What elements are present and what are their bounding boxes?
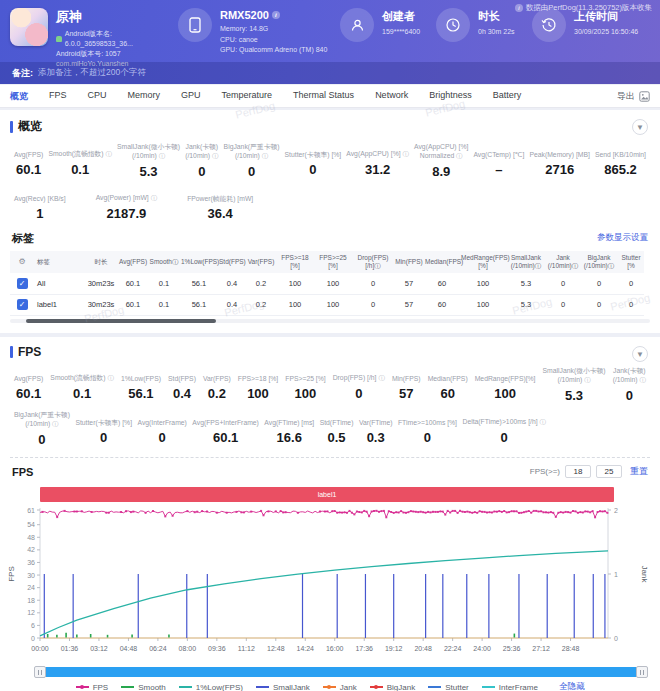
tab-Battery[interactable]: Battery [493, 90, 522, 103]
cell: 0 [352, 294, 394, 315]
row-checkbox[interactable]: ✓ [17, 299, 28, 310]
stat-value: 2716 [529, 162, 589, 177]
legend-item-1%Low(FPS)[interactable]: 1%Low(FPS) [179, 683, 243, 691]
fps-stats-row1: Avg(FPS)60.1Smooth(流畅指数) ⓘ0.11%Low(FPS)5… [0, 366, 660, 403]
cell: All [34, 273, 84, 294]
remark-placeholder: 添加备注，不超过200个字符 [38, 67, 146, 79]
stat-Min(FPS): Min(FPS)57 [392, 366, 421, 403]
col-header: 时长 [84, 251, 118, 273]
legend-marker [482, 686, 495, 688]
col-header: Median(FPS) [424, 251, 460, 273]
col-header: BigJank (/10min)ⓘ [580, 251, 618, 273]
svg-text:6: 6 [31, 622, 35, 629]
table-scrollbar-thumb[interactable] [26, 319, 216, 323]
fps-threshold-input-1[interactable]: 18 [565, 465, 591, 478]
tab-Memory[interactable]: Memory [128, 90, 161, 103]
legend-item-Smooth[interactable]: Smooth [121, 683, 166, 691]
col-header: Smoothⓘ [148, 251, 180, 273]
parameter-display-settings-link[interactable]: 参数显示设置 [597, 232, 648, 244]
chart-scrollbar[interactable] [36, 667, 646, 677]
hide-all-link[interactable]: 全隐藏 [559, 681, 585, 691]
stat-value: 36.4 [187, 206, 253, 221]
row-checkbox[interactable]: ✓ [17, 278, 28, 289]
stat-value: 100 [475, 386, 536, 401]
stat-value: 0 [224, 164, 280, 179]
stat-value: 0 [398, 430, 457, 445]
stat-Avg(AppCPU) [%]: Avg(AppCPU) [%] ⓘ31.2 [346, 142, 409, 179]
cell: 57 [394, 273, 424, 294]
stat-value: 56.1 [121, 386, 161, 401]
tab-Brightness[interactable]: Brightness [429, 90, 472, 103]
svg-text:04:48: 04:48 [120, 645, 138, 652]
title-accent-bar [10, 346, 13, 358]
stat-FPS>=18 [%]: FPS>=18 [%]100 [238, 366, 278, 403]
chart-scrollbar-right-handle[interactable] [636, 666, 648, 678]
legend-item-BigJank[interactable]: BigJank [370, 683, 415, 691]
overview-collapse-button[interactable]: ▼ [632, 119, 648, 135]
tab-Network[interactable]: Network [375, 90, 408, 103]
cell: 100 [276, 273, 314, 294]
legend-marker [370, 686, 383, 688]
legend-item-Jank[interactable]: Jank [323, 683, 357, 691]
creator-info: 创建者 159****6400 [340, 8, 436, 42]
svg-text:36: 36 [27, 559, 35, 566]
creator-value: 159****6400 [382, 27, 420, 38]
col-header: Stutter [% [618, 251, 644, 273]
cell: 60 [424, 294, 460, 315]
svg-text:11:12: 11:12 [238, 645, 255, 652]
svg-text:1: 1 [614, 571, 618, 578]
fps-threshold-input-2[interactable]: 25 [596, 465, 622, 478]
legend-item-Stutter[interactable]: Stutter [428, 683, 469, 691]
label1-banner[interactable]: label1 [40, 487, 614, 502]
stat-BigJank(严重卡顿): BigJank(严重卡顿)(/10min) ⓘ0 [14, 410, 70, 447]
chart-scrollbar-left-handle[interactable] [34, 666, 46, 678]
info-icon: ⓘ [107, 374, 114, 381]
cell: 60.1 [118, 294, 148, 315]
stat-Var(FPS): Var(FPS)0.2 [203, 366, 231, 403]
stat-SmallJank(微小卡顿): SmallJank(微小卡顿)(/10min) ⓘ5.3 [543, 366, 606, 403]
overview-title: 概览 [18, 118, 42, 135]
cell: 57 [394, 294, 424, 315]
legend-item-FPS[interactable]: FPS [76, 683, 109, 691]
info-icon: ⓘ [151, 194, 158, 201]
svg-text:19:12: 19:12 [385, 645, 403, 652]
cell: 100 [276, 294, 314, 315]
svg-text:20:48: 20:48 [414, 645, 432, 652]
history-clock-icon [532, 8, 566, 42]
cell: 0.1 [148, 294, 180, 315]
legend-item-SmallJank[interactable]: SmallJank [256, 683, 310, 691]
remark-input[interactable]: 备注: 添加备注，不超过200个字符 [0, 62, 660, 84]
tab-Thermal Status[interactable]: Thermal Status [293, 90, 354, 103]
tab-Temperature[interactable]: Temperature [222, 90, 273, 103]
legend-item-InterFrame[interactable]: InterFrame [482, 683, 538, 691]
tab-FPS[interactable]: FPS [49, 90, 67, 103]
info-icon: ⓘ [402, 150, 409, 157]
stat-value: 0.4 [168, 386, 196, 401]
stat-value: 60.1 [192, 430, 259, 445]
info-icon: ⓘ [378, 374, 385, 381]
svg-text:25:36: 25:36 [503, 645, 521, 652]
info-icon: ⓘ [639, 376, 646, 383]
stat-value: 0.1 [48, 162, 112, 177]
report-header: i 数据由PerfDog(11.3.250752)版本收集 原神 Android… [0, 0, 660, 84]
fps-chart[interactable]: 06121824303642485461012FPSJank00:0001:36… [6, 504, 654, 668]
phone-icon [178, 8, 212, 42]
fps-collapse-button[interactable]: ▼ [632, 346, 648, 362]
tab-概览[interactable]: 概览 [10, 90, 28, 103]
title-accent-bar [10, 121, 13, 133]
gear-icon[interactable]: ⚙ [18, 257, 25, 266]
stat-value: 16.6 [264, 430, 314, 445]
svg-text:0: 0 [614, 635, 618, 642]
reset-button[interactable]: 重置 [630, 465, 648, 478]
info-icon: ⓘ [456, 152, 463, 159]
info-icon: ⓘ [159, 152, 166, 159]
info-icon: ⓘ [539, 418, 546, 425]
stat-Smooth(流畅指数): Smooth(流畅指数) ⓘ0.1 [50, 366, 114, 403]
fps-chart-header: FPS FPS(>=) 18 25 重置 [12, 463, 648, 481]
tab-GPU[interactable]: GPU [181, 90, 201, 103]
tab-CPU[interactable]: CPU [88, 90, 107, 103]
svg-text:03:12: 03:12 [90, 645, 108, 652]
stat-Avg(CTemp) [℃]: Avg(CTemp) [℃]– [473, 142, 524, 179]
export-button[interactable]: 导出 [617, 90, 650, 103]
stat-Std(FTime): Std(FTime)0.5 [320, 410, 354, 447]
